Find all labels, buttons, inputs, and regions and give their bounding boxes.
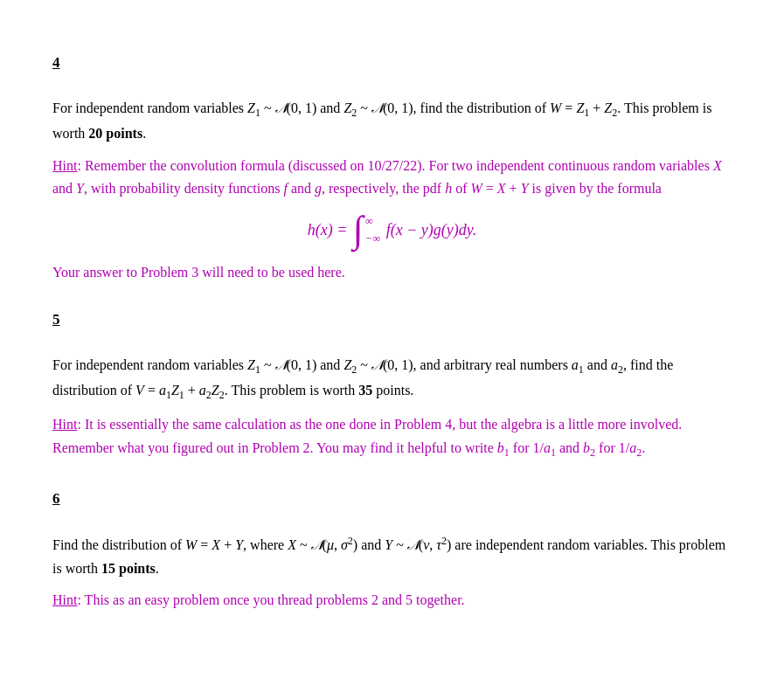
sub-2b: 2 (612, 107, 617, 119)
problem-5-number: 5 (52, 308, 60, 331)
x-plus-y: X (497, 181, 506, 196)
p5-n1: 𝒩 (275, 357, 287, 372)
var-y: Y (76, 181, 84, 196)
p6-w: W (185, 537, 197, 552)
var-z1: Z (247, 100, 255, 115)
sub-2: 2 (351, 107, 357, 119)
var-w: W (550, 100, 561, 115)
problem-5-hint: Hint: It is essentially the same calcula… (52, 413, 732, 461)
p5-b1: b (497, 440, 504, 455)
p6-sigma2: σ (341, 537, 348, 552)
hint-4-label: Hint (52, 158, 77, 173)
problem-6-number: 6 (52, 487, 60, 510)
problem-4-hint: Hint: Remember the convolution formula (… (52, 155, 732, 201)
upper-limit: ∞ (365, 212, 373, 230)
p5-z1bsub: 1 (179, 390, 184, 402)
p5-z1: Z (247, 357, 255, 372)
p6-sigma2sup: 2 (348, 535, 353, 547)
sub-1: 1 (255, 107, 260, 119)
problem-6-text: Find the distribution of W = X + Y, wher… (52, 533, 732, 580)
p6-mu: μ (327, 537, 334, 552)
normal-dist: 𝒩 (275, 100, 287, 115)
var-w2: W (470, 181, 482, 196)
sub-1b: 1 (584, 107, 589, 119)
lower-limit: −∞ (365, 230, 380, 247)
problem-4-number: 4 (52, 51, 60, 74)
problem-6-block: 6 Find the distribution of W = X + Y, wh… (52, 487, 732, 612)
p6-xpy: X (212, 537, 220, 552)
p5-z2b: Z (212, 383, 219, 398)
problem-4-text: For independent random variables Z1 ~ 𝒩(… (52, 97, 732, 145)
integral-limits: ∞ −∞ (365, 212, 380, 247)
normal-dist-2: 𝒩 (371, 100, 383, 115)
p5-b1sub: 1 (504, 446, 510, 459)
p5-a2c: a (629, 440, 636, 455)
p5-z2bsub: 2 (219, 390, 225, 402)
hint-6-label: Hint (52, 592, 77, 607)
p5-n2: 𝒩 (371, 357, 383, 372)
var-z2: Z (343, 100, 351, 115)
var-z1b: Z (576, 100, 584, 115)
integral-sign: ∫ (353, 211, 364, 248)
p6-n2: 𝒩 (407, 537, 419, 552)
p5-a2z2: a (199, 383, 206, 398)
var-z2b: Z (604, 100, 612, 115)
hint-5-label: Hint (52, 417, 77, 432)
points-4: 20 points (88, 126, 142, 141)
p5-a2csub: 2 (636, 446, 642, 459)
p5-a1sub: 1 (579, 364, 584, 377)
integrand: f(x − y)g(y)dy. (382, 218, 476, 243)
var-y2: Y (521, 181, 529, 196)
convolution-formula: h(x) = ∫ ∞ −∞ f(x − y)g(y)dy. (52, 211, 732, 248)
p5-a1c: a (544, 440, 551, 455)
p5-sub2: 2 (351, 364, 357, 377)
p6-y2: Y (385, 537, 392, 552)
points-6: 15 points (101, 561, 156, 576)
p5-v: V (135, 383, 144, 398)
p6-y: Y (235, 537, 243, 552)
problem-5-block: 5 For independent random variables Z1 ~ … (52, 308, 732, 462)
p5-z1b: Z (171, 383, 179, 398)
problem-6-hint: Hint: This as an easy problem once you t… (52, 589, 732, 612)
p5-a2sub: 2 (618, 364, 623, 377)
p6-n1: 𝒩 (311, 537, 323, 552)
p5-b2: b (583, 440, 590, 455)
p5-sub1: 1 (255, 364, 260, 377)
p5-a1csub: 1 (551, 446, 556, 459)
p5-b2sub: 2 (590, 446, 595, 459)
p5-a2: a (611, 357, 618, 372)
problem-4-note: Your answer to Problem 3 will need to be… (52, 261, 732, 284)
h-of-x: h(x) = (308, 218, 351, 243)
p6-tau2sup: 2 (441, 535, 447, 547)
p6-x: X (288, 537, 296, 552)
var-x: X (713, 158, 722, 173)
integral-expression: h(x) = ∫ ∞ −∞ f(x − y)g(y)dy. (308, 211, 477, 248)
func-h: h (445, 181, 452, 196)
p5-a1z1: a (159, 383, 166, 398)
problem-4-block: 4 For independent random variables Z1 ~ … (52, 51, 732, 283)
func-g: g (315, 181, 322, 196)
func-f: f (283, 181, 287, 196)
p6-nu: ν (423, 537, 429, 552)
p5-a1: a (572, 357, 579, 372)
problem-5-text: For independent random variables Z1 ~ 𝒩(… (52, 354, 732, 405)
p5-z2: Z (343, 357, 351, 372)
points-5: 35 (358, 383, 372, 398)
